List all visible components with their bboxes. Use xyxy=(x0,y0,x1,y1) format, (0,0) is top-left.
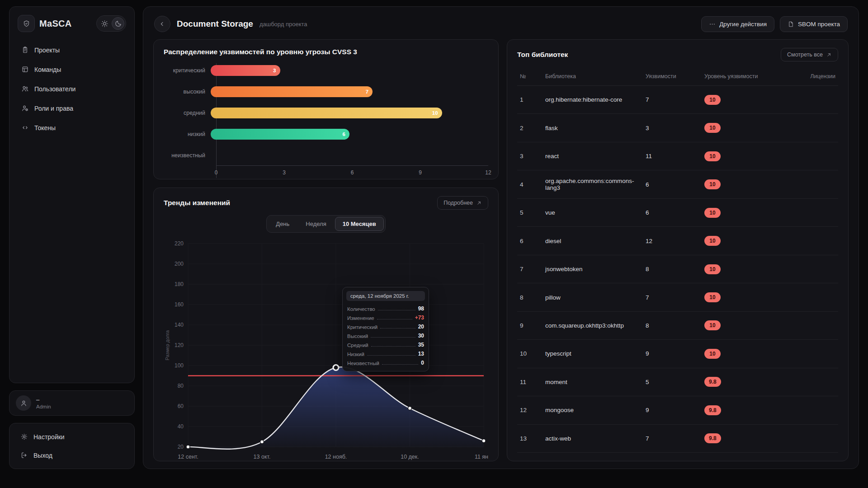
table-row[interactable]: 5vue610 xyxy=(517,199,838,227)
tooltip-rows: Количество98Изменение+73Критический20Выс… xyxy=(346,304,425,367)
bar-value-label: 6 xyxy=(343,131,345,137)
cell-vulns: 6 xyxy=(646,209,704,216)
highlighted-data-point[interactable] xyxy=(333,365,339,371)
table-row[interactable]: 12mongoose99.8 xyxy=(517,396,838,424)
sbom-button[interactable]: SBOM проекта xyxy=(780,16,848,32)
bar-row: неизвестный xyxy=(164,150,488,161)
user-name: – xyxy=(36,396,51,404)
more-actions-label: Другие действия xyxy=(719,21,767,28)
back-button[interactable] xyxy=(154,16,170,32)
table-row[interactable]: 4org.apache.commons:commons-lang3610 xyxy=(517,170,838,198)
cell-vulns: 9 xyxy=(646,407,704,413)
x-axis-tick: 9 xyxy=(419,169,422,176)
sidebar-item-roles[interactable]: Роли и права xyxy=(16,99,128,117)
tab-День[interactable]: День xyxy=(268,217,297,231)
data-point[interactable] xyxy=(408,407,412,410)
cell-level: 10 xyxy=(704,179,790,189)
tooltip-leader xyxy=(367,355,415,356)
table-row[interactable]: 3react1110 xyxy=(517,142,838,170)
theme-light-button[interactable] xyxy=(98,17,111,30)
cell-vulns: 7 xyxy=(646,435,704,442)
cell-level: 10 xyxy=(704,95,790,105)
table-header-row: №БиблиотекаУязвимостиУровень уязвимостиЛ… xyxy=(517,67,838,86)
table-header-cell: Уязвимости xyxy=(646,73,704,80)
cell-vulns: 8 xyxy=(646,266,704,272)
severity-badge: 10 xyxy=(704,123,721,133)
table-row[interactable]: 2flask310 xyxy=(517,114,838,142)
table-header-cell: Уровень уязвимости xyxy=(704,73,790,80)
trend-chart: 2202001801601401201008060402012 сент.13 … xyxy=(164,236,488,461)
sun-icon xyxy=(101,20,108,28)
sidebar-item-logout[interactable]: Выход xyxy=(15,446,129,464)
svg-text:10 дек.: 10 дек. xyxy=(401,454,419,460)
app-logo xyxy=(18,15,35,32)
bar-row: низкий6 xyxy=(164,129,488,140)
sidebar-item-label: Токены xyxy=(34,124,56,131)
bar[interactable]: 6 xyxy=(211,129,349,140)
document-icon xyxy=(788,21,794,28)
libraries-card-title: Топ библиотек xyxy=(517,51,568,59)
severity-badge: 10 xyxy=(704,264,721,274)
sidebar-item-settings[interactable]: Настройки xyxy=(15,428,129,446)
svg-text:12 нояб.: 12 нояб. xyxy=(325,454,347,460)
cell-level: 9.8 xyxy=(704,377,790,387)
details-button[interactable]: Подробнее xyxy=(437,196,488,210)
cell-vulns: 3 xyxy=(646,125,704,131)
tooltip-value: 20 xyxy=(418,324,424,330)
cell-library: mongoose xyxy=(545,407,646,413)
tab-10 Месяцев[interactable]: 10 Месяцев xyxy=(335,217,384,231)
user-panel[interactable]: – Admin xyxy=(9,390,135,416)
sidebar-panel: MaSCA ПроектыКомандыПользователиРоли и п… xyxy=(9,6,135,383)
more-actions-button[interactable]: Другие действия xyxy=(701,16,774,32)
cell-number: 12 xyxy=(520,407,545,413)
theme-dark-button[interactable] xyxy=(112,17,124,30)
cell-number: 4 xyxy=(520,181,545,188)
x-axis-tick: 6 xyxy=(351,169,354,176)
bar[interactable]: 10 xyxy=(211,108,442,118)
bar[interactable]: 3 xyxy=(211,65,280,76)
svg-text:100: 100 xyxy=(175,362,184,369)
sidebar-item-tokens[interactable]: Токены xyxy=(16,119,128,136)
tooltip-row: Низкий13 xyxy=(346,349,425,358)
sidebar-item-teams[interactable]: Команды xyxy=(16,61,128,78)
bar-value-label: 3 xyxy=(273,68,276,73)
data-point[interactable] xyxy=(260,440,264,444)
table-row[interactable]: 13actix-web79.8 xyxy=(517,425,838,453)
tooltip-value: +73 xyxy=(415,314,424,321)
bar-row: критический3 xyxy=(164,65,488,76)
cvss-bar-chart: критический3высокий7средний10низкий6неиз… xyxy=(164,65,488,177)
svg-text:12 сент.: 12 сент. xyxy=(178,454,198,460)
tab-Неделя[interactable]: Неделя xyxy=(298,217,334,231)
tooltip-label: Низкий xyxy=(347,352,364,357)
data-point[interactable] xyxy=(186,445,190,449)
bar[interactable]: 7 xyxy=(211,86,373,97)
cell-number: 9 xyxy=(520,322,545,329)
cell-number: 11 xyxy=(520,379,545,385)
table-row[interactable]: 9com.squareup.okhttp3:okhttp810 xyxy=(517,312,838,340)
severity-badge: 10 xyxy=(704,292,721,302)
tooltip-row: Средний35 xyxy=(346,340,425,349)
data-point[interactable] xyxy=(482,439,486,443)
cell-library: org.hibernate:hibernate-core xyxy=(545,96,646,103)
table-row[interactable]: 11moment59.8 xyxy=(517,368,838,396)
sidebar-item-projects[interactable]: Проекты xyxy=(16,41,128,59)
cell-number: 5 xyxy=(520,209,545,216)
clipboard-icon xyxy=(21,46,29,54)
table-row[interactable]: 1org.hibernate:hibernate-core710 xyxy=(517,86,838,114)
table-row[interactable]: 10typescript910 xyxy=(517,340,838,368)
bar-rows: критический3высокий7средний10низкий6неиз… xyxy=(164,65,488,161)
sidebar-footer: НастройкиВыход xyxy=(9,423,135,469)
app-root: MaSCA ПроектыКомандыПользователиРоли и п… xyxy=(0,0,868,475)
avatar xyxy=(16,395,31,411)
table-row[interactable]: 7jsonwebtoken810 xyxy=(517,255,838,283)
tooltip-leader xyxy=(380,328,415,328)
view-all-button[interactable]: Смотреть все xyxy=(781,48,838,61)
bar-track xyxy=(211,150,488,161)
trend-tabs-wrap: ДеньНеделя10 Месяцев xyxy=(164,215,488,233)
bar-track: 10 xyxy=(211,108,488,118)
svg-text:60: 60 xyxy=(178,403,184,409)
tooltip-row: Неизвестный0 xyxy=(346,358,425,367)
table-row[interactable]: 6diesel1210 xyxy=(517,227,838,255)
sidebar-item-users[interactable]: Пользователи xyxy=(16,80,128,98)
table-row[interactable]: 8pillow710 xyxy=(517,283,838,311)
